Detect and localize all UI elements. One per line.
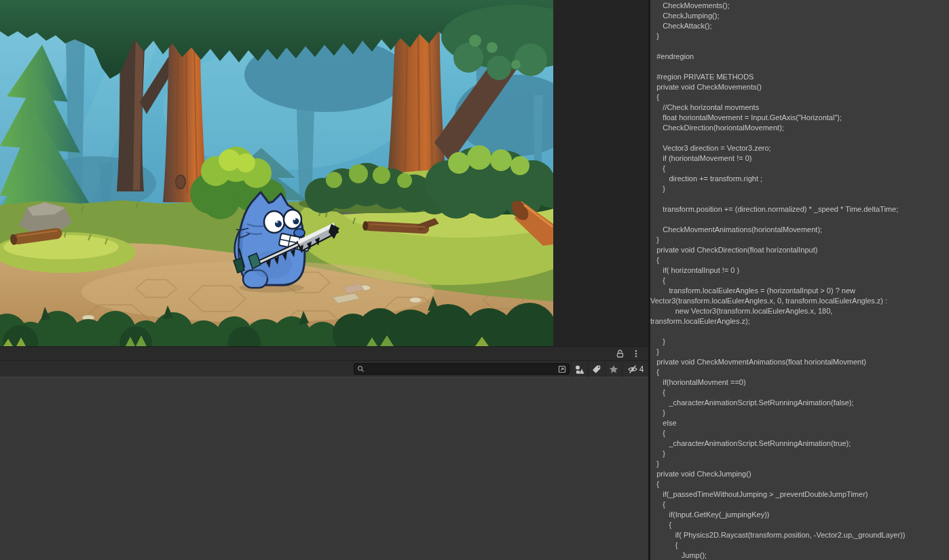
- code-line: if( horizontalInput != 0 ): [650, 265, 949, 276]
- code-line: {: [650, 540, 949, 550]
- code-line: transform.localEulerAngles.z);: [650, 316, 949, 326]
- code-line: CheckMovements();: [650, 1, 949, 11]
- code-line: direction += transform.right ;: [650, 174, 949, 184]
- code-line: {: [650, 520, 949, 530]
- code-panel[interactable]: CheckMovements(); CheckJumping(); CheckA…: [650, 0, 949, 560]
- code-line: [650, 194, 949, 204]
- search-field[interactable]: [354, 363, 570, 375]
- code-line: _characterAnimationScript.SetRunningAnim…: [650, 398, 949, 408]
- lock-button[interactable]: [614, 348, 625, 359]
- code-line: }: [650, 459, 949, 469]
- code-line: new Vector3(transform.localEulerAngles.x…: [650, 306, 949, 316]
- code-line: CheckAttack();: [650, 21, 949, 31]
- code-line: if(_passedTimeWithoutJumping > _preventD…: [650, 489, 949, 500]
- code-line: if(Input.GetKey(_jumpingKey)): [650, 510, 949, 520]
- code-line: {: [650, 92, 949, 102]
- code-line: {: [650, 255, 949, 265]
- code-line: }: [650, 337, 949, 347]
- left-panel: 4: [0, 0, 648, 560]
- code-line: {: [650, 367, 949, 377]
- code-line: transform.localEulerAngles = (horizontal…: [650, 286, 949, 296]
- code-line: else: [650, 418, 949, 428]
- code-line: {: [650, 388, 949, 398]
- filter-by-type-icon: [574, 364, 585, 375]
- hidden-objects-button[interactable]: 4: [622, 361, 648, 377]
- editor-window: 4 CheckMovements(); CheckJumping(); Chec…: [0, 0, 949, 560]
- hidden-objects-count: 4: [639, 365, 644, 374]
- search-icon: [356, 365, 365, 373]
- code-line: #region PRIVATE METHODS: [650, 72, 949, 82]
- code-line: if( Physics2D.Raycast(transform.position…: [650, 530, 949, 540]
- code-line: [650, 326, 949, 337]
- code-line: {: [650, 479, 949, 489]
- code-line: CheckDirection(horiontalMovement);: [650, 123, 949, 133]
- forest-scene-art: [0, 0, 553, 346]
- viewport-filler: [553, 0, 648, 346]
- search-input[interactable]: [365, 365, 557, 373]
- code-lines: CheckMovements(); CheckJumping(); CheckA…: [650, 1, 949, 560]
- panel-menu-button[interactable]: [631, 348, 641, 359]
- empty-panel-content: [0, 377, 648, 560]
- code-line: if(horiontalMovment ==0): [650, 377, 949, 388]
- code-line: [650, 62, 949, 72]
- favorites-button[interactable]: [605, 361, 622, 377]
- game-viewport[interactable]: [0, 0, 648, 346]
- unlock-icon: [615, 349, 625, 358]
- code-line: [650, 214, 949, 225]
- code-line: {: [650, 276, 949, 286]
- filter-by-label-icon: [591, 364, 602, 375]
- code-line: }: [650, 31, 949, 41]
- code-line: private void CheckDirection(float horizo…: [650, 245, 949, 255]
- code-line: {: [650, 164, 949, 174]
- code-line: private void CheckMovements(): [650, 82, 949, 92]
- code-line: _characterAnimationScript.SetRunningAnim…: [650, 438, 949, 449]
- code-line: [650, 133, 949, 143]
- code-line: Jump();: [650, 550, 949, 560]
- code-line: Vector3 direction = Vector3.zero;: [650, 143, 949, 153]
- code-line: }: [650, 347, 949, 357]
- open-search-window-icon[interactable]: [557, 365, 567, 374]
- code-line: //Check horizontal movments: [650, 102, 949, 113]
- kebab-menu-icon: [631, 349, 641, 358]
- code-line: [650, 41, 949, 52]
- code-line: transform.position += (direction.normali…: [650, 204, 949, 214]
- code-line: private void CheckJumping(): [650, 469, 949, 479]
- favorites-star-icon: [608, 364, 619, 375]
- code-line: private void CheckMovmentAnimations(floa…: [650, 357, 949, 367]
- code-line: {: [650, 428, 949, 438]
- code-line: }: [650, 184, 949, 194]
- hidden-objects-eye-icon: [627, 364, 638, 375]
- code-line: CheckJumping();: [650, 11, 949, 21]
- code-line: }: [650, 449, 949, 459]
- code-line: float horiontalMovement = Input.GetAxis(…: [650, 113, 949, 123]
- game-scene: [0, 0, 553, 346]
- code-line: {: [650, 500, 949, 510]
- panel-toolbar: 4: [0, 361, 648, 377]
- panel-header: [0, 346, 648, 361]
- filter-by-label-button[interactable]: [588, 361, 605, 377]
- code-line: Vector3(transform.localEulerAngles.x, 0,…: [650, 296, 949, 306]
- code-line: #endregion: [650, 52, 949, 62]
- code-line: CheckMovmentAnimations(horiontalMovement…: [650, 225, 949, 235]
- code-line: if (horiontalMovement != 0): [650, 153, 949, 164]
- filter-by-type-button[interactable]: [571, 361, 588, 377]
- code-line: }: [650, 235, 949, 245]
- code-line: }: [650, 408, 949, 418]
